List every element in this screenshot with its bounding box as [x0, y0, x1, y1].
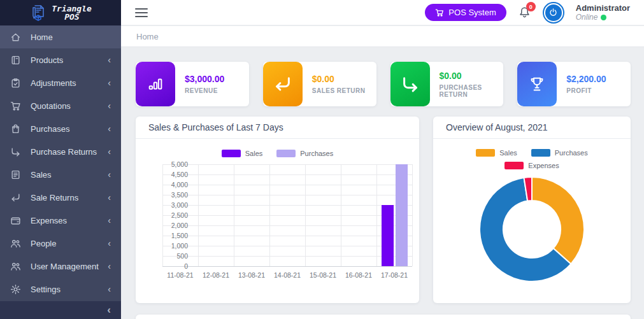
- main-content: $3,000.00 REVENUE $0.00 SALES RETURN $0.…: [121, 47, 644, 319]
- user-name: Administrator: [576, 3, 630, 13]
- donut-chart: Sales Purchases Expenses: [433, 139, 631, 302]
- bar-purchases-17-08-21: [396, 164, 408, 266]
- user-status: Online: [576, 13, 630, 22]
- trophy-icon: [517, 62, 557, 106]
- donut-plot: [433, 174, 631, 284]
- sidebar-item-purchase-returns[interactable]: Purchase Returns ‹: [0, 140, 121, 163]
- sidebar-item-home[interactable]: Home: [0, 25, 121, 48]
- chevron-left-icon: ‹: [108, 239, 111, 248]
- stat-value: $0.00: [440, 71, 504, 81]
- stat-value: $0.00: [312, 74, 366, 84]
- user-avatar[interactable]: [543, 2, 564, 24]
- bottom-card: [136, 315, 631, 319]
- sidebar-item-products[interactable]: Products ‹: [0, 48, 121, 71]
- receipt-icon: [10, 169, 21, 180]
- legend-item-purchases[interactable]: Purchases: [531, 149, 588, 157]
- topbar: POS System 0 Administrator Online: [121, 0, 644, 25]
- power-icon: [548, 8, 558, 17]
- chevron-left-icon: ‹: [108, 262, 111, 271]
- breadcrumb: Home: [121, 26, 644, 47]
- notification-badge: 0: [526, 2, 536, 11]
- sidebar: Triangle POS Home Products ‹ Adjustments…: [0, 0, 121, 319]
- arrow-return-right-icon: [10, 146, 21, 157]
- shopping-cart-icon: [10, 101, 21, 111]
- arrow-return-right-icon: [390, 62, 430, 106]
- home-icon: [10, 32, 21, 43]
- chevron-left-icon: ‹: [108, 193, 111, 202]
- app-logo: Triangle POS: [0, 0, 121, 25]
- arrow-return-left-icon: [263, 62, 303, 106]
- chevron-left-icon: ‹: [108, 55, 111, 64]
- app-title: Triangle POS: [52, 4, 92, 21]
- legend-item-expenses[interactable]: Expenses: [504, 162, 559, 169]
- arrow-return-left-icon: [10, 192, 21, 203]
- bar-chart-xaxis: 11-08-2112-08-2113-08-2114-08-2115-08-21…: [162, 271, 412, 279]
- stat-value: $2,200.00: [566, 74, 606, 84]
- stat-card-revenue: $3,000.00 REVENUE: [136, 62, 249, 106]
- bar-chart-plot: 05001,0001,5002,0002,5003,0003,5004,0004…: [162, 164, 412, 266]
- clipboard-check-icon: [10, 78, 21, 89]
- chevron-left-icon: ‹: [108, 124, 111, 133]
- stat-card-profit: $2,200.00 PROFIT: [517, 62, 631, 106]
- sidebar-item-expenses[interactable]: Expenses ‹: [0, 209, 121, 232]
- breadcrumb-home-link[interactable]: Home: [136, 32, 159, 41]
- stat-label: PURCHASES RETURN: [440, 84, 504, 98]
- sidebar-item-quotations[interactable]: Quotations ‹: [0, 94, 121, 117]
- triangle-pos-logo-icon: [29, 4, 47, 22]
- legend-item-sales[interactable]: Sales: [222, 150, 263, 157]
- sidebar-item-purchases[interactable]: Purchases ‹: [0, 117, 121, 140]
- gear-icon: [10, 284, 21, 295]
- notifications-button[interactable]: 0: [518, 6, 531, 19]
- user-meta: Administrator Online: [576, 3, 630, 22]
- bar-chart-icon: [136, 62, 175, 106]
- chart-title: Sales & Purchases of Last 7 Days: [136, 117, 419, 139]
- chevron-left-icon: ‹: [108, 78, 111, 87]
- online-indicator: [601, 15, 606, 20]
- legend-item-purchases[interactable]: Purchases: [276, 150, 333, 157]
- notebook-icon: [10, 55, 21, 66]
- menu-toggle-icon[interactable]: [135, 6, 148, 20]
- sidebar-item-sales[interactable]: Sales ‹: [0, 163, 121, 186]
- bar-chart: Sales Purchases 05001,0001,5002,0002,500…: [136, 139, 419, 302]
- chevron-left-icon: ‹: [107, 304, 111, 316]
- stat-card-purchases-return: $0.00 PURCHASES RETURN: [390, 62, 504, 106]
- chevron-left-icon: ‹: [108, 170, 111, 179]
- chevron-left-icon: ‹: [108, 101, 111, 110]
- stat-card-sales-return: $0.00 SALES RETURN: [263, 62, 376, 106]
- stat-label: PROFIT: [566, 87, 606, 94]
- sidebar-item-settings[interactable]: Settings ‹: [0, 278, 121, 301]
- chevron-left-icon: ‹: [108, 147, 111, 156]
- pos-system-button[interactable]: POS System: [425, 4, 506, 21]
- bar-chart-legend: Sales Purchases: [136, 150, 419, 157]
- stats-row: $3,000.00 REVENUE $0.00 SALES RETURN $0.…: [136, 62, 631, 106]
- overview-donut-card: Overview of August, 2021 Sales Purchases…: [433, 117, 631, 303]
- legend-item-sales[interactable]: Sales: [476, 149, 517, 157]
- stat-label: SALES RETURN: [312, 87, 366, 94]
- bar-sales-17-08-21: [382, 205, 394, 266]
- donut-legend-row-1: Sales Purchases: [433, 149, 631, 157]
- chevron-left-icon: ‹: [108, 285, 111, 294]
- donut-slice-sales: [532, 177, 584, 264]
- chart-title: Overview of August, 2021: [433, 117, 631, 139]
- cart-icon: [435, 8, 444, 17]
- sales-purchases-chart-card: Sales & Purchases of Last 7 Days Sales P…: [136, 117, 419, 303]
- sidebar-collapse-button[interactable]: ‹: [0, 301, 121, 319]
- sidebar-item-people[interactable]: People ‹: [0, 232, 121, 255]
- sidebar-item-user-management[interactable]: User Management ‹: [0, 255, 121, 278]
- stat-value: $3,000.00: [185, 74, 224, 84]
- sidebar-nav: Home Products ‹ Adjustments ‹ Quotations…: [0, 25, 121, 301]
- stat-label: REVENUE: [185, 87, 224, 94]
- donut-legend-row-2: Expenses: [433, 162, 631, 169]
- wallet-icon: [10, 215, 21, 226]
- people-icon: [10, 261, 21, 272]
- sidebar-item-adjustments[interactable]: Adjustments ‹: [0, 71, 121, 94]
- people-icon: [10, 238, 21, 249]
- shopping-bag-icon: [10, 124, 21, 134]
- chevron-left-icon: ‹: [108, 216, 111, 225]
- sidebar-item-sale-returns[interactable]: Sale Returns ‹: [0, 186, 121, 209]
